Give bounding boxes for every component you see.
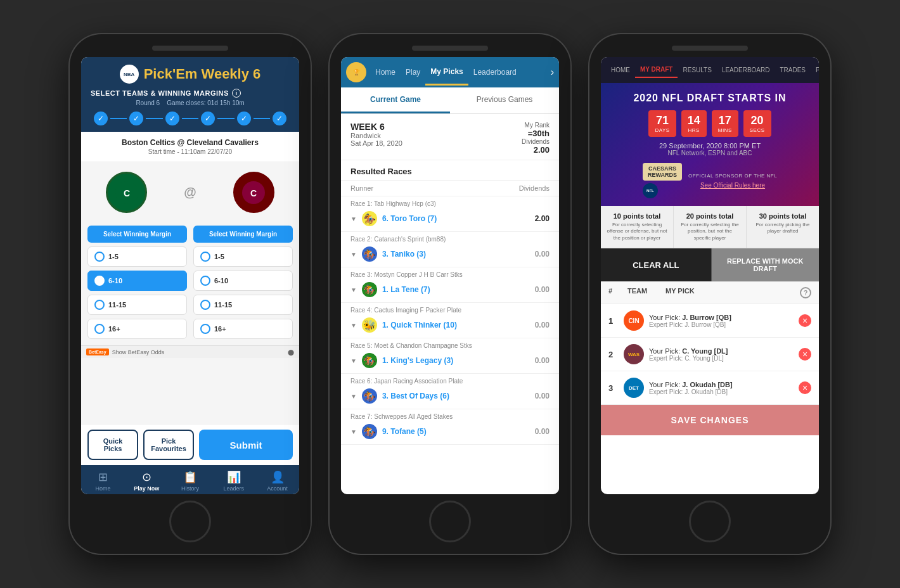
chevron-icon[interactable]: ▼ <box>350 393 357 400</box>
pick-info-3: Your Pick: J. Okudah [DB] Expert Pick: J… <box>649 381 794 395</box>
nav-play-now[interactable]: ⊙ Play Now <box>125 470 169 492</box>
p1-option-1-5-right[interactable]: 1-5 <box>193 246 293 267</box>
p2-arrow-icon[interactable]: › <box>551 67 554 78</box>
radio-icon <box>200 300 210 310</box>
pick-favourites-button[interactable]: PickFavourites <box>143 430 194 460</box>
progress-line-1 <box>110 118 127 119</box>
p1-columns: Select Winning Margin 1-5 ✓ 6-10 <box>81 222 299 345</box>
col-team-header: TEAM <box>627 287 659 298</box>
progress-line-3 <box>182 118 198 119</box>
radio-icon <box>94 300 105 310</box>
p1-footer-bar: BetEasy Show BetEasy Odds ⬤ <box>81 345 299 358</box>
progress-dot-4: ✓ <box>201 112 215 125</box>
dividends-header: Dividends <box>519 184 550 192</box>
nav-home[interactable]: ⊞ Home <box>81 470 125 492</box>
p1-option-6-10-right[interactable]: 6-10 <box>193 271 293 291</box>
p3-nav-leaderboard[interactable]: LEADERBOARD <box>717 63 775 77</box>
runner-4: 1. Quick Thinker (10) <box>382 321 530 329</box>
countdown-days: 71 DAYS <box>648 110 676 137</box>
p1-option-11-15-right[interactable]: 11-15 <box>193 295 293 315</box>
tab-previous-games[interactable]: Previous Games <box>450 87 559 113</box>
nav-account-label: Account <box>267 485 288 492</box>
p3-nav-mydraft[interactable]: MY DRAFT <box>635 62 678 78</box>
p3-points: 10 points total For correctly selecting … <box>601 206 819 248</box>
hrs-num: 14 <box>688 114 700 127</box>
race-4: Race 4: Cactus Imaging F Packer Plate ▼ … <box>341 303 559 338</box>
p3-nav-prizes[interactable]: PRIZES <box>811 63 819 77</box>
left-select-btn[interactable]: Select Winning Margin <box>87 226 187 243</box>
race-3: Race 3: Mostyn Copper J H B Carr Stks ▼ … <box>341 267 559 303</box>
p2-nav-leaderboard[interactable]: Leaderboard <box>468 60 522 84</box>
chevron-icon[interactable]: ▼ <box>350 357 357 364</box>
matchup-time: Start time - 11:10am 22/07/20 <box>89 148 292 155</box>
pick-num-2: 2 <box>608 350 619 359</box>
p2-nav-mypicks[interactable]: My Picks <box>425 60 468 86</box>
p1-logo-row: NBA Pick'Em Weekly 6 <box>91 65 290 84</box>
right-select-btn[interactable]: Select Winning Margin <box>193 226 293 243</box>
option-label: 11-15 <box>108 301 126 309</box>
p2-rank-info: My Rank =30th Dividends 2.00 <box>522 122 550 155</box>
p3-nav-results[interactable]: RESULTS <box>678 63 716 77</box>
p2-nav-play[interactable]: Play <box>401 60 425 84</box>
rules-link[interactable]: See Official Rules here <box>688 182 777 189</box>
race-5: Race 5: Moet & Chandon Champagne Stks ▼ … <box>341 338 559 374</box>
option-label: 1-5 <box>108 253 119 260</box>
leaders-icon: 📊 <box>227 470 241 484</box>
p2-nav-home[interactable]: Home <box>370 60 401 84</box>
lions-logo: DET <box>624 378 644 398</box>
chevron-icon[interactable]: ▼ <box>350 215 357 222</box>
p1-option-1-5-left[interactable]: 1-5 <box>87 246 187 267</box>
toggle-icon[interactable]: ⬤ <box>288 349 294 355</box>
save-changes-button[interactable]: SAVE CHANGES <box>601 405 819 435</box>
nav-leaders[interactable]: 📊 Leaders <box>212 470 255 492</box>
p1-content: Boston Celtics @ Cleveland Cavaliers Sta… <box>81 132 299 424</box>
chevron-icon[interactable]: ▼ <box>350 322 357 329</box>
remove-pick-3-button[interactable]: × <box>799 381 811 394</box>
nav-history[interactable]: 📋 History <box>169 470 212 492</box>
p2-week-info: WEEK 6 Randwick Sat Apr 18, 2020 <box>350 122 402 147</box>
runner-6: 3. Best Of Days (6) <box>382 392 530 400</box>
runner-5: 1. King's Legacy (3) <box>382 356 530 365</box>
p3-nav-home[interactable]: HOME <box>606 63 635 77</box>
banner-title: 2020 NFL DRAFT STARTS IN <box>608 93 811 104</box>
p1-option-16-right[interactable]: 16+ <box>193 319 293 339</box>
replace-mock-button[interactable]: REPLACE WITH MOCK DRAFT <box>711 248 820 281</box>
remove-pick-2-button[interactable]: × <box>799 348 811 361</box>
tab-current-game[interactable]: Current Game <box>341 87 450 113</box>
p3-sponsors: CAESARSREWARDS NFL OFFICIAL SPONSOR OF T… <box>608 163 811 198</box>
caesars-logo: CAESARSREWARDS <box>643 163 682 181</box>
progress-line-4 <box>217 118 234 119</box>
p3-banner: 2020 NFL DRAFT STARTS IN 71 DAYS 14 HRS … <box>601 83 819 206</box>
pick-row-1: 1 CIN Your Pick: J. Burrow [QB] Expert P… <box>601 304 819 338</box>
p3-nav-trades[interactable]: TRADES <box>775 63 811 77</box>
nav-account[interactable]: 👤 Account <box>255 470 299 492</box>
phone-3: HOME MY DRAFT RESULTS LEADERBOARD TRADES… <box>589 34 830 554</box>
progress-dot-5: ✓ <box>237 112 251 125</box>
submit-button[interactable]: Submit <box>199 430 293 460</box>
race-7-title: Race 7: Schweppes All Aged Stakes <box>341 409 559 421</box>
caesars-sponsor: CAESARSREWARDS NFL <box>643 163 682 198</box>
race-7: Race 7: Schweppes All Aged Stakes ▼ 🏇 9.… <box>341 409 559 445</box>
p1-teams: C @ C <box>81 162 299 222</box>
quick-picks-button[interactable]: QuickPicks <box>87 430 138 460</box>
chevron-icon[interactable]: ▼ <box>350 251 357 258</box>
help-icon[interactable]: ? <box>800 287 811 298</box>
pick-row-2: 2 WAS Your Pick: C. Young [DL] Expert Pi… <box>601 338 819 371</box>
clear-all-button[interactable]: CLEAR ALL <box>601 248 711 281</box>
p1-option-6-10-left[interactable]: ✓ 6-10 <box>87 271 187 291</box>
col-num-header: # <box>608 287 621 298</box>
chevron-icon[interactable]: ▼ <box>350 428 357 435</box>
remove-pick-1-button[interactable]: × <box>799 314 811 327</box>
p1-subtitle: SELECT TEAMS & WINNING MARGINS i <box>91 89 290 98</box>
nav-home-label: Home <box>95 485 110 492</box>
p1-option-11-15-left[interactable]: 11-15 <box>87 295 187 315</box>
countdown-secs: 20 SECS <box>743 110 771 137</box>
svg-text:C: C <box>124 188 130 198</box>
show-odds-label: Show BetEasy Odds <box>112 349 165 355</box>
p1-option-16-left[interactable]: 16+ <box>87 319 187 339</box>
chevron-icon[interactable]: ▼ <box>350 286 357 293</box>
dividend-3: 0.00 <box>535 285 550 294</box>
race-2: Race 2: Catanach's Sprint (bm88) ▼ 🏇 3. … <box>341 232 559 267</box>
radio-icon <box>94 324 105 334</box>
p3-picks-header: # TEAM MY PICK ? <box>601 282 819 304</box>
